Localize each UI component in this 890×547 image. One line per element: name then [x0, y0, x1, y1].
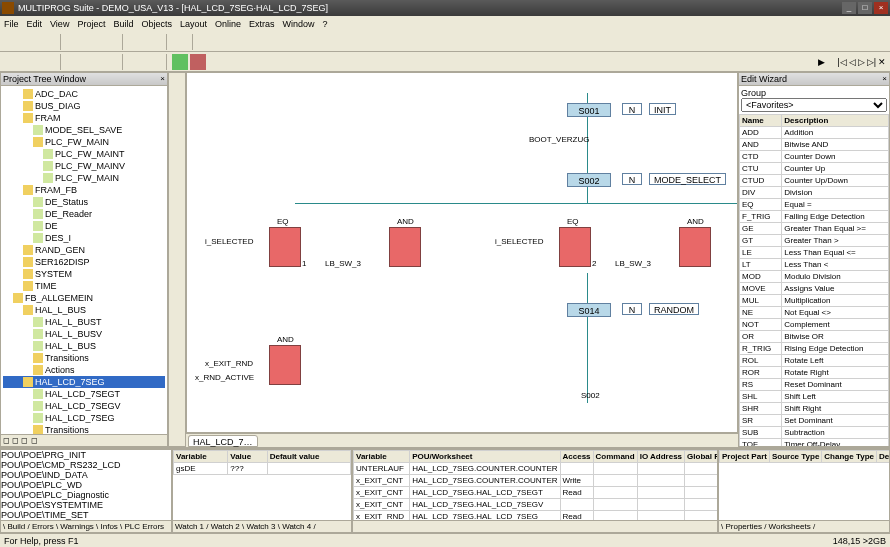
- output-line[interactable]: POU\POE\IND_DATA: [1, 470, 171, 480]
- sfc-qualifier[interactable]: N: [622, 173, 642, 185]
- wizard-row[interactable]: CTUCounter Up: [740, 163, 889, 175]
- wizard-row[interactable]: NOTComplement: [740, 319, 889, 331]
- output-line[interactable]: POU\POE\PRG_INIT: [1, 450, 171, 460]
- maximize-button[interactable]: □: [858, 2, 872, 14]
- wizard-row[interactable]: ADDAddition: [740, 127, 889, 139]
- minimize-button[interactable]: _: [842, 2, 856, 14]
- xref-tabs[interactable]: [353, 520, 717, 532]
- properties-tabs[interactable]: \ Properties / Worksheets /: [719, 520, 889, 532]
- tool-new[interactable]: [4, 34, 20, 50]
- tool-save[interactable]: [40, 34, 56, 50]
- tree-node[interactable]: Actions: [3, 364, 165, 376]
- sfc-action[interactable]: MODE_SELECT: [649, 173, 726, 185]
- menu-extras[interactable]: Extras: [249, 19, 275, 29]
- tool-branch[interactable]: [146, 54, 162, 70]
- tree-node[interactable]: TIME: [3, 280, 165, 292]
- wizard-row[interactable]: EQEqual =: [740, 199, 889, 211]
- group-select[interactable]: <Favorites>: [741, 98, 887, 112]
- tab-hal-lcd[interactable]: HAL_LCD_7…: [188, 435, 258, 447]
- fb-block[interactable]: [269, 345, 301, 385]
- wizard-row[interactable]: ORBitwise OR: [740, 331, 889, 343]
- palette-btn[interactable]: [170, 171, 184, 185]
- menu-view[interactable]: View: [50, 19, 69, 29]
- fb-block[interactable]: [559, 227, 591, 267]
- wizard-row[interactable]: ROLRotate Left: [740, 355, 889, 367]
- menu-build[interactable]: Build: [113, 19, 133, 29]
- wizard-row[interactable]: RORRotate Right: [740, 367, 889, 379]
- xref-row[interactable]: x_EXIT_CNTHAL_LCD_7SEG.HAL_LCD_7SEGV: [354, 499, 718, 511]
- wizard-row[interactable]: RSReset Dominant: [740, 379, 889, 391]
- wizard-row[interactable]: F_TRIGFalling Edge Detection: [740, 211, 889, 223]
- tool-action[interactable]: [102, 54, 118, 70]
- tool-cut[interactable]: [66, 34, 82, 50]
- nav-close-icon[interactable]: ✕: [878, 57, 886, 67]
- tool-connect[interactable]: [128, 54, 144, 70]
- nav-prev-icon[interactable]: ◁: [849, 57, 856, 67]
- tool-run[interactable]: [172, 54, 188, 70]
- close-icon[interactable]: ×: [160, 74, 165, 84]
- tree-node[interactable]: FRAM_FB: [3, 184, 165, 196]
- wizard-row[interactable]: GTGreater Than >: [740, 235, 889, 247]
- tool-zoom-out[interactable]: [22, 54, 38, 70]
- project-tree[interactable]: ADC_DACBUS_DIAGFRAMMODE_SEL_SAVEPLC_FW_M…: [1, 86, 167, 434]
- function-list[interactable]: Name Description ADDAdditionANDBitwise A…: [739, 114, 889, 446]
- output-line[interactable]: POU\POE\PLC_WD: [1, 480, 171, 490]
- tool-paste[interactable]: [102, 34, 118, 50]
- tree-node[interactable]: Transitions: [3, 352, 165, 364]
- tree-node[interactable]: FB_ALLGEMEIN: [3, 292, 165, 304]
- tool-print[interactable]: [172, 34, 188, 50]
- wizard-row[interactable]: LELess Than Equal <=: [740, 247, 889, 259]
- menu-window[interactable]: Window: [283, 19, 315, 29]
- sfc-canvas[interactable]: S001S002S014S019NNNNINITMODE_SELECTRANDO…: [186, 72, 738, 433]
- tree-node[interactable]: PLC_FW_MAINV: [3, 160, 165, 172]
- output-tabs[interactable]: \ Build / Errors \ Warnings \ Infos \ PL…: [1, 520, 171, 532]
- tool-build[interactable]: [198, 34, 214, 50]
- wizard-row[interactable]: MOVEAssigns Value: [740, 283, 889, 295]
- palette-btn[interactable]: [170, 75, 184, 89]
- tree-node[interactable]: PLC_FW_MAIN: [3, 136, 165, 148]
- output-line[interactable]: POU\POE\SYSTEMTIME: [1, 500, 171, 510]
- xref-row[interactable]: x_EXIT_RNDHAL_LCD_7SEG.HAL_LCD_7SEGRead: [354, 511, 718, 521]
- wizard-row[interactable]: TOFTimer Off-Delay: [740, 439, 889, 447]
- output-list[interactable]: POU\POE\PRG_INITPOU\POE\CMD_RS232_LCDPOU…: [1, 450, 171, 520]
- menu-?[interactable]: ?: [323, 19, 328, 29]
- tree-node[interactable]: HAL_L_BUST: [3, 316, 165, 328]
- tree-node[interactable]: RAND_GEN: [3, 244, 165, 256]
- tool-stop[interactable]: [190, 54, 206, 70]
- wizard-row[interactable]: MODModulo Division: [740, 271, 889, 283]
- watch-tabs[interactable]: Watch 1 / Watch 2 \ Watch 3 \ Watch 4 /: [173, 520, 351, 532]
- tree-node[interactable]: DE_Reader: [3, 208, 165, 220]
- wizard-row[interactable]: CTUDCounter Up/Down: [740, 175, 889, 187]
- fb-block[interactable]: [679, 227, 711, 267]
- tool-copy[interactable]: [84, 34, 100, 50]
- sfc-qualifier[interactable]: N: [622, 303, 642, 315]
- tool-rebuild[interactable]: [216, 34, 232, 50]
- play-icon[interactable]: ▶: [818, 57, 825, 67]
- tree-node[interactable]: HAL_LCD_7SEG: [3, 412, 165, 424]
- sfc-step[interactable]: S014: [567, 303, 611, 317]
- wizard-row[interactable]: SHRShift Right: [740, 403, 889, 415]
- wizard-row[interactable]: NENot Equal <>: [740, 307, 889, 319]
- menu-file[interactable]: File: [4, 19, 19, 29]
- palette-btn[interactable]: [170, 155, 184, 169]
- palette-btn[interactable]: [170, 107, 184, 121]
- tree-node[interactable]: MODE_SEL_SAVE: [3, 124, 165, 136]
- tree-node[interactable]: DE: [3, 220, 165, 232]
- tree-node[interactable]: HAL_LCD_7SEG: [3, 376, 165, 388]
- wizard-row[interactable]: DIVDivision: [740, 187, 889, 199]
- watch-row[interactable]: gsDE???: [174, 463, 351, 475]
- sfc-qualifier[interactable]: N: [622, 103, 642, 115]
- wizard-row[interactable]: SHLShift Left: [740, 391, 889, 403]
- tool-transition[interactable]: [84, 54, 100, 70]
- menu-project[interactable]: Project: [77, 19, 105, 29]
- menu-online[interactable]: Online: [215, 19, 241, 29]
- output-line[interactable]: POU\POE\TIME_SET: [1, 510, 171, 520]
- tool-redo[interactable]: [146, 34, 162, 50]
- fb-block[interactable]: [389, 227, 421, 267]
- nav-next-icon[interactable]: ▷: [858, 57, 865, 67]
- sfc-action[interactable]: RANDOM: [649, 303, 699, 315]
- wizard-row[interactable]: SUBSubtraction: [740, 427, 889, 439]
- tree-node[interactable]: HAL_LCD_7SEGT: [3, 388, 165, 400]
- tree-node[interactable]: PLC_FW_MAIN: [3, 172, 165, 184]
- menu-edit[interactable]: Edit: [27, 19, 43, 29]
